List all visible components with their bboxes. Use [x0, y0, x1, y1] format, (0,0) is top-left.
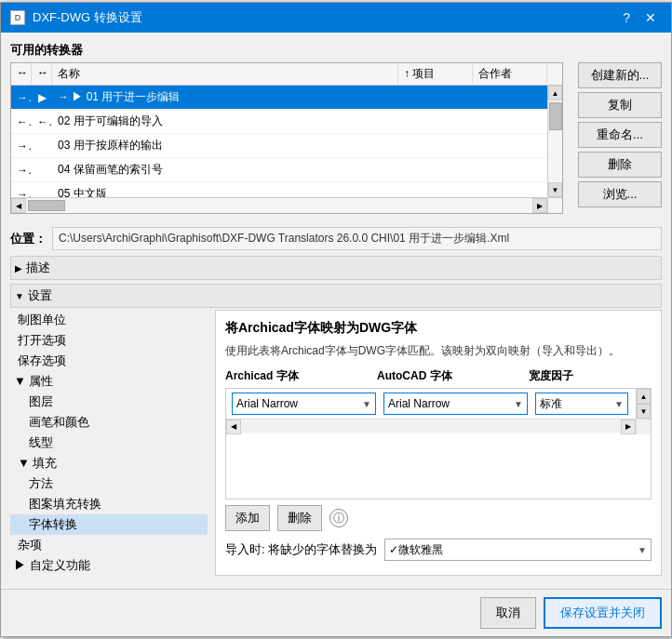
browse-button[interactable]: 浏览...	[578, 181, 662, 207]
row-arrow1: →	[11, 162, 32, 179]
description-arrow: ▶	[15, 263, 22, 273]
main-window: D DXF-DWG 转换设置 ? ✕ 可用的转换器 ↔ ↔ 名称 ↑ 项目 合作…	[0, 2, 672, 637]
rename-button[interactable]: 重命名...	[578, 122, 662, 148]
title-bar: D DXF-DWG 转换设置 ? ✕	[1, 3, 671, 33]
help-button[interactable]: ?	[617, 8, 636, 27]
mapping-scroll-up[interactable]: ▲	[637, 389, 651, 404]
mapping-scroll-container: Arial Narrow ▼ Arial Narrow ▼	[226, 389, 651, 419]
tree-item-fill[interactable]: ▼ 填充	[10, 453, 208, 473]
footer: 取消 保存设置并关闭	[1, 589, 671, 636]
mapping-scroll-right[interactable]: ▶	[621, 419, 636, 434]
mapping-scroll-track[interactable]	[241, 421, 621, 433]
autocad-font-select[interactable]: Arial Narrow ▼	[383, 393, 528, 415]
table-row[interactable]: → ▶ → ▶ 01 用于进一步编辑	[11, 86, 547, 110]
scroll-right-btn[interactable]: ▶	[532, 198, 547, 213]
create-new-button[interactable]: 创建新的...	[578, 62, 662, 88]
title-bar-left: D DXF-DWG 转换设置	[10, 9, 142, 26]
col-item: ↑ 项目	[398, 63, 473, 85]
row-arrow2	[32, 144, 52, 148]
horizontal-scrollbar-row: ◀ ▶	[11, 197, 562, 213]
settings-arrow: ▼	[15, 291, 24, 301]
description-header[interactable]: ▶ 描述	[10, 256, 662, 280]
settings-header[interactable]: ▼ 设置	[10, 284, 662, 308]
bottom-buttons: 添加 删除 ⓘ	[225, 505, 652, 531]
import-font-row: 导入时: 将缺少的字体替换为 ✓微软雅黑 ▼	[225, 539, 652, 561]
horizontal-scrollbar[interactable]	[26, 198, 532, 213]
row-arrow1: →	[11, 89, 32, 106]
scroll-h-thumb[interactable]	[28, 200, 65, 211]
left-tree-panel: 制图单位 打开选项 保存选项 ▼ 属性 图层 画笔和颜色	[10, 310, 215, 576]
scroll-thumb[interactable]	[549, 102, 562, 130]
tree-item-custom[interactable]: ▶ 自定义功能	[10, 555, 208, 576]
description-label: 描述	[26, 260, 50, 276]
tree-item-layers[interactable]: 图层	[10, 392, 208, 412]
tree-item-font-convert[interactable]: 字体转换	[10, 514, 208, 535]
archicad-dropdown-arrow: ▼	[362, 399, 371, 409]
tree-item-save-options[interactable]: 保存选项	[10, 351, 208, 371]
converter-table-body: → ▶ → ▶ 01 用于进一步编辑 ← ← 02 用于可编辑的导入 →	[11, 86, 547, 197]
scroll-down-btn[interactable]: ▼	[548, 182, 562, 197]
scroll-left-btn[interactable]: ◀	[11, 198, 26, 213]
table-row[interactable]: → 04 保留画笔的索引号	[11, 158, 547, 182]
tree-item-pens-colors[interactable]: 画笔和颜色	[10, 412, 208, 433]
import-font-value: ✓微软雅黑	[389, 542, 443, 558]
mapping-data: Arial Narrow ▼ Arial Narrow ▼	[226, 389, 636, 419]
table-header: ↔ ↔ 名称 ↑ 项目 合作者	[11, 63, 562, 86]
mapping-scroll-down[interactable]: ▼	[637, 404, 651, 419]
converter-section-label: 可用的转换器	[10, 42, 662, 59]
mapping-area-inner: Arial Narrow ▼ Arial Narrow ▼	[226, 389, 636, 419]
settings-label: 设置	[28, 287, 52, 304]
right-panel-description: 使用此表将Archicad字体与DWG字体匹配。该映射为双向映射（导入和导出）。	[225, 342, 652, 359]
col-collab: 合作者	[473, 63, 547, 85]
info-button[interactable]: ⓘ	[329, 509, 348, 527]
cancel-button[interactable]: 取消	[480, 597, 536, 629]
delete-button[interactable]: 删除	[578, 152, 662, 178]
close-button[interactable]: ✕	[639, 8, 662, 27]
delete-mapping-button[interactable]: 删除	[277, 505, 322, 531]
copy-button[interactable]: 复制	[578, 92, 662, 118]
mapping-h-scroll: ◀ ▶	[226, 419, 651, 433]
vertical-scrollbar[interactable]: ▲ ▼	[547, 86, 562, 197]
tree-item-properties[interactable]: ▼ 属性	[10, 371, 208, 392]
scroll-up-btn[interactable]: ▲	[548, 86, 562, 100]
mapping-row: Arial Narrow ▼ Arial Narrow ▼	[232, 393, 630, 415]
row-name: 02 用于可编辑的导入	[52, 112, 547, 131]
mapping-vertical-scrollbar[interactable]: ▲ ▼	[636, 389, 651, 419]
col-arrow1: ↔	[11, 63, 32, 85]
table-row[interactable]: → 03 用于按原样的输出	[11, 134, 547, 158]
tree-item-misc[interactable]: 杂项	[10, 535, 208, 555]
tree-item-method[interactable]: 方法	[10, 473, 208, 494]
width-dropdown-arrow: ▼	[614, 399, 624, 409]
location-label: 位置：	[10, 231, 47, 247]
width-factor-select[interactable]: 标准 ▼	[535, 393, 628, 415]
mapping-column-headers: Archicad 字体 AutoCAD 字体 宽度因子	[225, 368, 652, 384]
row-name: 04 保留画笔的索引号	[52, 160, 547, 180]
archicad-font-value: Arial Narrow	[236, 397, 298, 410]
tree-item-open-options[interactable]: 打开选项	[10, 330, 208, 351]
tree-item-linetype[interactable]: 线型	[10, 433, 208, 453]
window-title: DXF-DWG 转换设置	[33, 9, 142, 26]
autocad-font-value: Arial Narrow	[388, 397, 450, 410]
row-name: 03 用于按原样的输出	[52, 136, 547, 155]
add-mapping-button[interactable]: 添加	[225, 505, 270, 531]
location-row: 位置： C:\Users\ArchiGraphi\Graphisoft\DXF-…	[10, 227, 662, 250]
col-name: 名称	[52, 63, 398, 85]
tree-item-fill-convert[interactable]: 图案填充转换	[10, 494, 208, 514]
save-close-button[interactable]: 保存设置并关闭	[544, 597, 662, 629]
app-icon: D	[10, 10, 25, 25]
table-row[interactable]: ← ← 02 用于可编辑的导入	[11, 110, 547, 134]
row-arrow1: →	[11, 186, 32, 198]
mapping-scroll-left[interactable]: ◀	[226, 419, 241, 434]
row-arrow2: ←	[32, 113, 52, 130]
row-name: → ▶ 01 用于进一步编辑	[52, 87, 547, 107]
title-bar-controls: ? ✕	[617, 8, 662, 27]
import-label: 导入时: 将缺少的字体替换为	[225, 541, 377, 558]
tree-item-drawing-unit[interactable]: 制图单位	[10, 310, 208, 330]
archicad-font-select[interactable]: Arial Narrow ▼	[232, 393, 376, 415]
right-panel-title: 将Archicad字体映射为DWG字体	[225, 320, 652, 337]
row-arrow2: ▶	[32, 89, 52, 106]
table-row[interactable]: → 05 中文版	[11, 182, 547, 197]
right-panel: 将Archicad字体映射为DWG字体 使用此表将Archicad字体与DWG字…	[215, 310, 662, 576]
import-font-select[interactable]: ✓微软雅黑 ▼	[384, 539, 652, 561]
col-header-archicad: Archicad 字体	[225, 368, 370, 384]
